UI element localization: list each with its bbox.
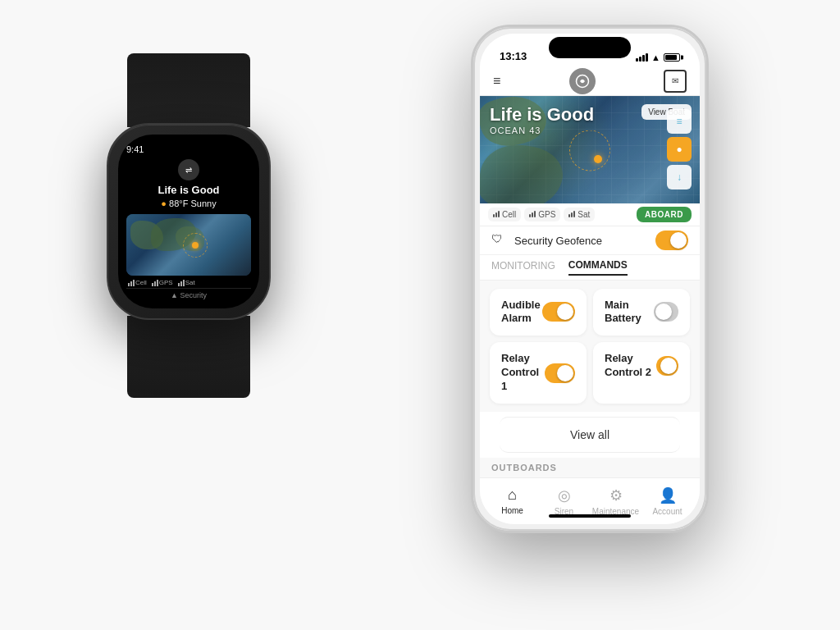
main-battery-toggle[interactable] (654, 302, 679, 322)
watch-band-bottom (127, 316, 250, 398)
map-area: Life is Good OCEAN 43 View Boat ≡ ● ↓ (480, 96, 700, 203)
phone-screen: 13:13 ▲ (480, 34, 700, 524)
watch-cell-signal: Cell (128, 279, 147, 286)
view-all-row[interactable]: View all (500, 417, 680, 453)
watch-band-top (127, 53, 250, 127)
audible-alarm-card: AudibleAlarm (490, 289, 587, 336)
signal-status-bar: Cell GPS (480, 203, 700, 227)
map-boat-name: Life is Good (490, 104, 594, 126)
gps-signal-bars (529, 211, 536, 217)
watch-weather-text: 88°F Sunny (169, 199, 217, 208)
map-background: Life is Good OCEAN 43 View Boat ≡ ● ↓ (480, 96, 700, 203)
relay-control-2-card: Relay Control 2 (593, 342, 690, 404)
tab-commands[interactable]: COMMANDS (568, 259, 628, 276)
watch-security-row: ▲ Security (126, 288, 251, 302)
nav-account[interactable]: 👤 Account (641, 482, 693, 521)
view-all-container: View all (480, 412, 700, 458)
battery-icon (664, 53, 680, 62)
watch-logo: ⇌ (178, 159, 199, 180)
security-geofence-row: 🛡 Security Geofence (480, 226, 700, 255)
main-battery-label: Main Battery (605, 299, 654, 326)
app-header: ≡ ✉ (480, 67, 700, 96)
watch-status-bar: Cell GPS (126, 276, 251, 286)
toggle-knob (660, 358, 677, 374)
home-indicator (549, 514, 631, 518)
relay-control-2-toggle[interactable] (656, 356, 678, 376)
tabs-row: MONITORING COMMANDS (480, 255, 700, 280)
security-shield-icon: 🛡 (491, 232, 508, 249)
tab-monitoring[interactable]: MONITORING (491, 260, 555, 275)
audible-alarm-toggle[interactable] (542, 302, 575, 322)
watch-body: 9:41 ⇌ Life is Good ● 88°F Sunny (107, 123, 271, 320)
view-all-text: View all (570, 428, 609, 441)
relay-control-1-card: RelayControl 1 (490, 342, 587, 404)
siren-icon: ◎ (558, 486, 571, 504)
menu-icon[interactable]: ≡ (493, 75, 500, 88)
watch-sat-signal: Sat (178, 279, 195, 286)
toggle-knob (557, 304, 573, 320)
watch-time: 9:41 (126, 144, 144, 154)
watch-weather: ● 88°F Sunny (126, 199, 251, 208)
map-toggle-button[interactable]: ● (667, 137, 692, 162)
map-controls: ≡ ● ↓ (667, 109, 692, 189)
notification-icon[interactable]: ✉ (664, 70, 687, 93)
relay-control-1-row: RelayControl 1 (501, 352, 575, 394)
main-battery-card: Main Battery (593, 289, 690, 336)
signal-icon (636, 53, 648, 62)
geofence-circle (569, 130, 610, 171)
map-zoom-button[interactable]: ↓ (667, 165, 692, 189)
relay-control-1-label: RelayControl 1 (501, 352, 545, 394)
cell-signal-bars (493, 211, 500, 217)
security-geofence-label: Security Geofence (514, 235, 655, 247)
sat-signal-bars (568, 211, 575, 217)
account-icon: 👤 (659, 486, 677, 504)
cell-signal-item: Cell (488, 208, 521, 221)
toggle-knob (670, 232, 687, 249)
home-label: Home (501, 506, 523, 515)
audible-alarm-row: AudibleAlarm (501, 299, 575, 326)
phone-body: 13:13 ▲ (471, 25, 709, 533)
phone-status-icons: ▲ (636, 52, 680, 62)
relay-control-2-label: Relay Control 2 (605, 352, 656, 380)
iphone: 13:13 ▲ (471, 25, 709, 533)
outboards-label: OUTBOARDS (491, 463, 557, 472)
watch-location-dot (192, 242, 199, 249)
app-logo-svg (575, 74, 590, 89)
outboards-row: OUTBOARDS (480, 458, 700, 477)
watch-boat-name: Life is Good (126, 184, 251, 196)
gps-signal-item: GPS (524, 208, 560, 221)
sat-bars (178, 280, 185, 286)
phone-notch (549, 37, 631, 58)
main-battery-row: Main Battery (605, 299, 678, 326)
gps-bars (152, 280, 158, 286)
watch-map-overlay (126, 214, 251, 276)
watch-screen-inner: 9:41 ⇌ Life is Good ● 88°F Sunny (118, 135, 259, 308)
scene: 9:41 ⇌ Life is Good ● 88°F Sunny (0, 0, 840, 630)
wifi-icon: ▲ (651, 52, 660, 62)
aboard-badge: ABOARD (637, 207, 692, 222)
security-geofence-toggle[interactable] (655, 231, 688, 250)
map-boat-model: OCEAN 43 (490, 126, 594, 135)
apple-watch: 9:41 ⇌ Life is Good ● 88°F Sunny (107, 123, 271, 320)
phone-time: 13:13 (500, 50, 527, 62)
nav-home[interactable]: ⌂ Home (486, 482, 538, 520)
watch-map (126, 214, 251, 276)
map-boat-title: Life is Good OCEAN 43 (490, 104, 594, 135)
sat-signal-item: Sat (564, 208, 595, 221)
weather-dot: ● (161, 199, 167, 208)
watch-screen: 9:41 ⇌ Life is Good ● 88°F Sunny (118, 135, 259, 308)
map-filter-button[interactable]: ≡ (667, 109, 692, 134)
watch-header: 9:41 (126, 144, 251, 154)
home-icon: ⌂ (508, 486, 517, 504)
toggle-knob (655, 304, 672, 320)
maintenance-icon: ⚙ (609, 486, 623, 504)
app-logo (569, 68, 596, 94)
cell-bars (128, 280, 135, 286)
account-label: Account (652, 507, 682, 516)
controls-grid: AudibleAlarm Main Battery (480, 281, 700, 412)
toggle-knob (557, 365, 573, 381)
relay-control-1-toggle[interactable] (545, 363, 575, 383)
relay-control-2-row: Relay Control 2 (605, 352, 678, 380)
audible-alarm-label: AudibleAlarm (501, 299, 541, 326)
battery-fill (665, 55, 677, 60)
